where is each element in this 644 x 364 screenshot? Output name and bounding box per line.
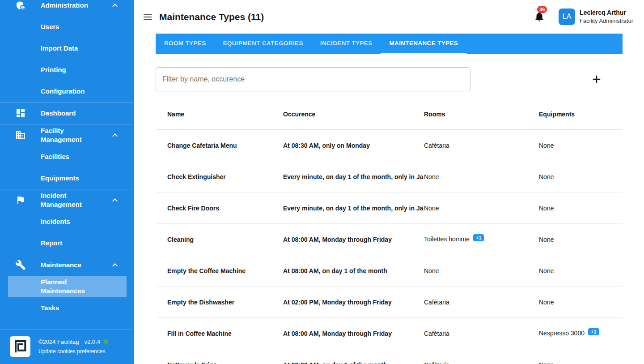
tab-bar: ROOM TYPES EQUIPMENT CATEGORIES INCIDENT… xyxy=(156,34,623,54)
app-window: Administration Users Import Data Printin… xyxy=(0,0,644,364)
tab-maintenance-types[interactable]: MAINTENANCE TYPES xyxy=(381,34,466,54)
table-row[interactable]: Change Cafetaria Menu At 08:30 AM, only … xyxy=(156,130,623,161)
sidebar-item-label: Dashboard xyxy=(41,109,76,118)
row-occurrence: Every minute, on day 1 of the month, onl… xyxy=(283,205,424,212)
version-text: v2.0.4 xyxy=(85,338,100,345)
sidebar-item-label: Facility Management xyxy=(41,126,104,144)
row-name: Change Cafetaria Menu xyxy=(167,142,283,149)
filter-input[interactable] xyxy=(156,67,470,91)
row-name: Check Extinguisher xyxy=(167,173,283,180)
chevron-up-icon xyxy=(110,195,120,206)
sidebar-item-tasks[interactable]: Tasks xyxy=(8,297,127,319)
row-rooms: Toilettes homme+1 xyxy=(424,236,539,243)
column-header-rooms: Rooms xyxy=(424,111,539,118)
filter-row xyxy=(156,67,623,91)
sidebar-item-dashboard[interactable]: Dashboard xyxy=(8,103,127,124)
row-occurrence: At 08:30 AM, only on Monday xyxy=(283,142,424,149)
avatar[interactable]: LA xyxy=(559,9,575,25)
hamburger-icon xyxy=(142,12,153,22)
column-header-equipments: Equipments xyxy=(539,111,623,118)
sidebar-item-facility-management[interactable]: Facility Management xyxy=(8,124,127,146)
sidebar-nav: Administration Users Import Data Printin… xyxy=(0,0,134,330)
footer-info: ©2024 Facilitag v2.0.4 Update cookies pr… xyxy=(38,338,108,355)
chevron-up-icon xyxy=(110,0,120,11)
user-role: Facility Administrator xyxy=(580,17,633,26)
sidebar-item-incident-management[interactable]: Incident Management xyxy=(8,189,127,211)
sidebar-item-label: Incidents xyxy=(41,217,70,226)
table-row[interactable]: Check Fire Doors Every minute, on day 1 … xyxy=(156,193,623,224)
row-name: Cleaning xyxy=(167,236,283,243)
header-right-group: 36 LA Leclercq Arthur Facility Administr… xyxy=(534,8,633,26)
sidebar-item-label: Incident Management xyxy=(41,191,104,209)
table-row[interactable]: Empty the Dishwasher At 02:00 PM, Monday… xyxy=(156,287,623,318)
row-rooms: None xyxy=(424,205,539,212)
tab-room-types[interactable]: ROOM TYPES xyxy=(156,34,215,54)
plus-badge[interactable]: +1 xyxy=(473,234,484,241)
cookies-preferences-link[interactable]: Update cookies preferences xyxy=(38,348,108,355)
hamburger-menu-button[interactable] xyxy=(142,12,153,22)
add-maintenance-type-button[interactable] xyxy=(590,73,603,86)
sidebar: Administration Users Import Data Printin… xyxy=(0,0,134,364)
column-header-occurence: Occurence xyxy=(283,111,424,118)
row-name: Nettoyer le Frigo xyxy=(167,361,283,364)
row-equipments: None xyxy=(539,267,623,274)
sidebar-item-incidents[interactable]: Incidents xyxy=(8,211,127,232)
table-header-row: Name Occurence Rooms Equipments xyxy=(156,98,623,130)
sidebar-item-printing[interactable]: Printing xyxy=(8,59,127,81)
row-occurrence: At 08:00 AM, on day 1 of the month xyxy=(283,267,424,274)
row-occurrence: At 02:00 PM, Monday through Friday xyxy=(283,299,424,306)
copyright-text: ©2024 Facilitag xyxy=(38,338,79,345)
tab-incident-types[interactable]: INCIDENT TYPES xyxy=(312,34,381,54)
page-title: Maintenance Types (11) xyxy=(159,12,264,22)
row-name: Empty the Dishwasher xyxy=(167,299,283,306)
table-row[interactable]: Cleaning At 08:00 AM, Monday through Fri… xyxy=(156,224,623,255)
tab-equipment-categories[interactable]: EQUIPMENT CATEGORIES xyxy=(215,34,312,54)
table-row[interactable]: Check Extinguisher Every minute, on day … xyxy=(156,161,623,193)
sidebar-item-label: Import Data xyxy=(41,44,78,53)
sidebar-item-configuration[interactable]: Configuration xyxy=(8,81,127,102)
table-row[interactable]: Nettoyer le Frigo At 09:00 AM, on day 1 … xyxy=(156,349,623,364)
sidebar-item-import-data[interactable]: Import Data xyxy=(8,38,127,59)
content-area: ROOM TYPES EQUIPMENT CATEGORIES INCIDENT… xyxy=(134,34,644,364)
sidebar-item-label: Printing xyxy=(41,65,66,74)
row-equipments: None xyxy=(539,236,623,243)
row-occurrence: At 08:00 AM, Monday through Friday xyxy=(283,330,424,337)
table-body: Change Cafetaria Menu At 08:30 AM, only … xyxy=(156,130,623,364)
sidebar-item-equipments[interactable]: Equipments xyxy=(8,167,127,189)
plus-icon xyxy=(590,73,603,86)
table-row[interactable]: Fill in Coffee Machine At 08:00 AM, Mond… xyxy=(156,318,623,349)
sidebar-item-facilities[interactable]: Facilities xyxy=(8,146,127,167)
sidebar-item-label: Report xyxy=(41,239,62,248)
flag-icon xyxy=(15,195,26,206)
sidebar-footer: ©2024 Facilitag v2.0.4 Update cookies pr… xyxy=(0,330,134,364)
table-row[interactable]: Empty the Coffee Machine At 08:00 AM, on… xyxy=(156,255,623,287)
top-header: Maintenance Types (11) 36 LA Leclercq Ar… xyxy=(134,0,644,34)
status-dot xyxy=(104,340,108,344)
row-rooms: Cafétaria xyxy=(424,142,539,149)
facilitag-logo xyxy=(10,336,30,357)
row-equipments: None xyxy=(539,299,623,306)
row-rooms: Cafétaria xyxy=(424,361,539,364)
admin-shield-icon xyxy=(15,0,26,11)
sidebar-item-administration[interactable]: Administration xyxy=(8,0,127,16)
wrench-icon xyxy=(15,260,26,270)
notifications-button[interactable]: 36 xyxy=(534,11,545,22)
sidebar-item-users[interactable]: Users xyxy=(8,16,127,38)
row-equipments: None xyxy=(539,142,623,149)
row-equipments: None xyxy=(539,361,623,364)
sidebar-item-report[interactable]: Report xyxy=(8,232,127,254)
user-name: Leclercq Arthur xyxy=(580,8,633,17)
row-name: Fill in Coffee Machine xyxy=(167,330,283,337)
dashboard-icon xyxy=(15,108,26,119)
sidebar-item-label: Users xyxy=(41,22,59,31)
sidebar-item-label: Administration xyxy=(41,1,88,10)
notification-count-badge: 36 xyxy=(537,6,547,13)
chevron-up-icon xyxy=(110,130,120,141)
row-rooms: Cafétaria xyxy=(424,299,539,306)
sidebar-item-planned-maintenances[interactable]: Planned Maintenances xyxy=(8,276,127,297)
plus-badge[interactable]: +1 xyxy=(588,328,599,335)
row-rooms: None xyxy=(424,173,539,180)
main-area: Maintenance Types (11) 36 LA Leclercq Ar… xyxy=(134,0,644,364)
row-occurrence: Every minute, on day 1 of the month, onl… xyxy=(283,173,424,180)
sidebar-item-maintenance[interactable]: Maintenance xyxy=(8,254,127,276)
